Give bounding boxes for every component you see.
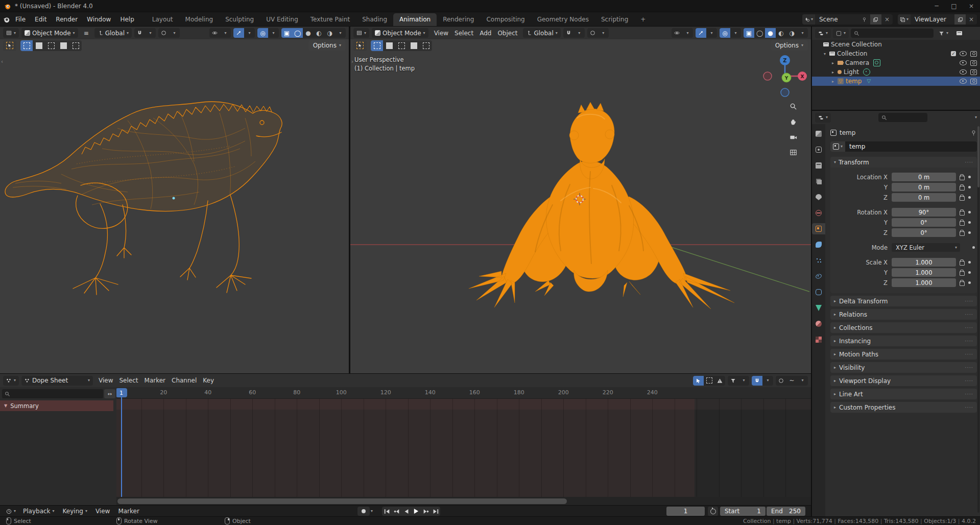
outliner-row[interactable]: ▾ Collection ✓ bbox=[812, 49, 980, 58]
filter-dropdown[interactable]: ▾ bbox=[738, 376, 749, 386]
select-intersect-button[interactable] bbox=[69, 40, 82, 51]
pan-hand-icon[interactable] bbox=[787, 116, 799, 127]
collapsed-section[interactable]: ▸ Viewport Display ···· bbox=[830, 375, 977, 386]
disable-render-camera-icon[interactable] bbox=[970, 60, 977, 66]
workspace-tab[interactable]: UV Editing bbox=[260, 13, 304, 27]
playback-menu-item[interactable]: Keying▾ bbox=[59, 506, 91, 517]
workspace-tab[interactable]: Geometry Nodes bbox=[531, 13, 595, 27]
collapsed-section[interactable]: ▸ Line Art ···· bbox=[830, 389, 977, 399]
animate-property-dot[interactable] bbox=[968, 281, 971, 284]
errors-warning-icon[interactable] bbox=[714, 376, 725, 386]
expander-icon[interactable]: ▸ bbox=[830, 61, 835, 65]
properties-search-input[interactable] bbox=[878, 113, 927, 122]
timeline-scrollbar[interactable] bbox=[116, 497, 811, 506]
properties-tab[interactable] bbox=[812, 255, 825, 266]
properties-scrollbar[interactable] bbox=[977, 126, 979, 513]
falloff-dropdown[interactable]: ▾ bbox=[797, 376, 808, 386]
breadcrumb-object-name[interactable]: temp bbox=[840, 129, 855, 136]
falloff-curve-icon[interactable]: ~ bbox=[786, 376, 797, 386]
select-intersect-button[interactable] bbox=[420, 40, 432, 51]
toggle-xray-icon[interactable]: ▣ bbox=[281, 28, 292, 38]
panel-grip[interactable]: ···· bbox=[965, 312, 973, 317]
play-button[interactable] bbox=[411, 507, 421, 516]
summary-channel[interactable]: ▼ Summary bbox=[0, 400, 113, 411]
workspace-tab[interactable]: Scripting bbox=[595, 13, 634, 27]
outliner-search-input[interactable] bbox=[851, 29, 934, 38]
maximize-button[interactable]: □ bbox=[945, 0, 963, 12]
playback-menu-item[interactable]: Playback▾ bbox=[19, 506, 59, 517]
hide-viewport-eye-icon[interactable] bbox=[960, 79, 967, 84]
snap-magnet-icon[interactable] bbox=[134, 28, 145, 38]
jump-to-start-button[interactable] bbox=[382, 507, 392, 516]
toggle-xray-icon[interactable]: ▣ bbox=[744, 28, 754, 38]
collapsed-section[interactable]: ▸ Visibility ···· bbox=[830, 362, 977, 373]
object-name-field[interactable]: temp bbox=[845, 141, 977, 152]
camera-view-icon[interactable] bbox=[787, 131, 799, 142]
shading-material-icon[interactable]: ◐ bbox=[776, 28, 786, 38]
visibility-dropdown[interactable]: ▾ bbox=[682, 28, 693, 38]
panel-grip[interactable]: ···· bbox=[965, 159, 973, 165]
animate-property-dot[interactable] bbox=[968, 271, 971, 274]
gizmo-dropdown[interactable]: ▾ bbox=[706, 28, 717, 38]
dope-sheet-menu-item[interactable]: View bbox=[95, 377, 116, 384]
shading-rendered-icon[interactable]: ◑ bbox=[324, 28, 335, 38]
chevron-down-icon[interactable]: ▾ bbox=[975, 115, 977, 120]
animate-property-dot[interactable] bbox=[968, 186, 971, 188]
editor-type-button[interactable]: ▾ bbox=[3, 28, 19, 38]
proportional-edit-icon[interactable] bbox=[158, 28, 169, 38]
select-set-button[interactable] bbox=[20, 40, 33, 51]
shading-material-icon[interactable]: ◐ bbox=[314, 28, 324, 38]
shading-wireframe-icon[interactable]: ◯ bbox=[292, 28, 303, 38]
workspace-tab[interactable]: Modeling bbox=[179, 13, 220, 27]
minimize-button[interactable]: ─ bbox=[928, 0, 945, 12]
lock-icon[interactable] bbox=[960, 186, 965, 190]
close-button[interactable]: × bbox=[963, 0, 980, 12]
workspace-tab[interactable]: + bbox=[634, 13, 652, 27]
show-object-types-icon[interactable] bbox=[672, 28, 682, 38]
topbar-menu-item[interactable]: Help bbox=[115, 12, 138, 27]
outliner-filter-mode-dropdown[interactable]: ▾ bbox=[833, 29, 849, 38]
auto-keying-record-button[interactable] bbox=[357, 507, 370, 516]
collapsed-section[interactable]: ▸ Delta Transform ···· bbox=[830, 296, 977, 306]
collapsed-section[interactable]: ▸ Custom Properties ···· bbox=[830, 402, 977, 413]
hidden-channels-icon[interactable] bbox=[704, 376, 714, 386]
remove-view-layer-button[interactable]: × bbox=[966, 14, 977, 25]
panel-grip[interactable]: ···· bbox=[965, 325, 973, 330]
select-extend-button[interactable] bbox=[383, 40, 395, 51]
wireframe-lizard-model[interactable] bbox=[0, 52, 349, 374]
solid-lizard-model[interactable] bbox=[350, 52, 811, 374]
lock-icon[interactable] bbox=[960, 221, 965, 226]
mode-dropdown[interactable]: Object Mode▾ bbox=[372, 28, 428, 38]
dope-sheet-menu-item[interactable]: Key bbox=[200, 377, 217, 384]
animate-property-dot[interactable] bbox=[968, 261, 971, 264]
disable-render-camera-icon[interactable] bbox=[970, 79, 977, 84]
transform-panel-header[interactable]: ▾ Transform ···· bbox=[830, 157, 977, 168]
properties-tab[interactable] bbox=[812, 287, 825, 298]
outliner-row[interactable]: ▸ Light ✓ bbox=[812, 67, 980, 77]
collapsed-section[interactable]: ▸ Collections ···· bbox=[830, 322, 977, 333]
workspace-tab[interactable]: Layout bbox=[146, 13, 179, 27]
viewport-left-canvas[interactable]: ‹ bbox=[0, 52, 349, 374]
prev-keyframe-button[interactable] bbox=[392, 507, 401, 516]
filter-funnel-icon[interactable] bbox=[728, 376, 738, 386]
animate-property-dot[interactable] bbox=[968, 221, 971, 224]
playback-menu-item[interactable]: View▾ bbox=[91, 506, 114, 517]
frame-end-field[interactable]: End250 bbox=[767, 507, 805, 516]
animate-property-dot[interactable] bbox=[972, 246, 975, 249]
show-overlays-icon[interactable]: ◎ bbox=[257, 28, 268, 38]
panel-grip[interactable]: ···· bbox=[965, 391, 973, 397]
select-subtract-button[interactable] bbox=[45, 40, 57, 51]
shading-rendered-icon[interactable]: ◑ bbox=[786, 28, 797, 38]
outliner-display-mode-dropdown[interactable]: ▾ bbox=[815, 29, 831, 38]
show-object-types-icon[interactable] bbox=[209, 28, 220, 38]
transform-value-field[interactable]: 90°▾ bbox=[892, 208, 956, 217]
editor-type-button[interactable]: ▾ bbox=[3, 376, 19, 386]
panel-grip[interactable]: ···· bbox=[965, 378, 973, 384]
mode-dropdown[interactable]: Object Mode▾ bbox=[21, 28, 78, 38]
viewport-left[interactable]: ▾ Object Mode▾ ≡ Global▾ ▾ ▾ ▾ ▾ ◎ bbox=[0, 27, 349, 374]
snap-settings-dropdown[interactable]: ▾ bbox=[574, 28, 585, 38]
dope-sheet-menu-item[interactable]: Select bbox=[116, 377, 141, 384]
properties-display-dropdown[interactable]: ▾ bbox=[815, 113, 831, 123]
select-invert-button[interactable] bbox=[57, 40, 69, 51]
proportional-edit-icon[interactable] bbox=[776, 376, 786, 386]
